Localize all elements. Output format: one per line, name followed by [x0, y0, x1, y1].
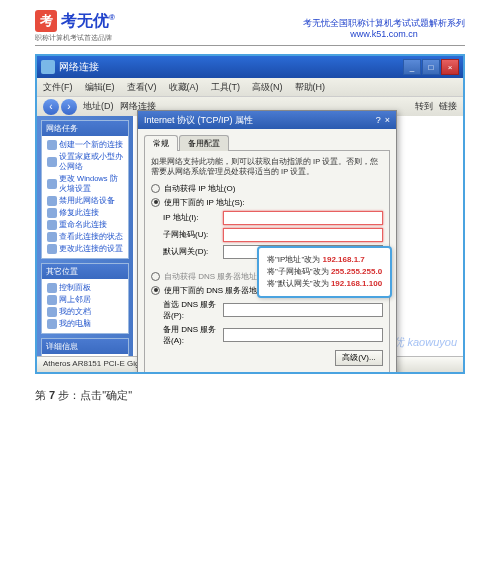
sidebar-item[interactable]: 更改 Windows 防火墙设置 — [45, 173, 125, 195]
links-label: 链接 — [439, 100, 457, 113]
screenshot-frame: 网络连接 _ □ × 文件(F) 编辑(E) 查看(V) 收藏(A) 工具(T)… — [35, 54, 465, 374]
tab-alternate[interactable]: 备用配置 — [179, 135, 229, 151]
dns2-input[interactable] — [223, 328, 383, 342]
logo-badge: 考 — [35, 10, 57, 32]
sidebar-item[interactable]: 修复此连接 — [45, 207, 125, 219]
brand-sub: 职称计算机考试首选品牌 — [35, 33, 115, 43]
ip-label: IP 地址(I): — [163, 212, 223, 223]
mask-label: 子网掩码(U): — [163, 229, 223, 240]
folder-icon — [47, 295, 57, 305]
menu-file[interactable]: 文件(F) — [43, 81, 73, 94]
mask-input[interactable] — [223, 228, 383, 242]
task-icon — [47, 157, 57, 167]
menu-help[interactable]: 帮助(H) — [295, 81, 326, 94]
advanced-button[interactable]: 高级(V)... — [335, 350, 383, 366]
sidebar-item[interactable]: 创建一个新的连接 — [45, 139, 125, 151]
task-icon — [47, 179, 57, 189]
sidebar-header-places: 其它位置 — [42, 264, 128, 279]
maximize-button[interactable]: □ — [422, 59, 440, 75]
site-url: www.k51.com.cn — [303, 29, 465, 41]
go-button[interactable]: 转到 — [415, 100, 433, 113]
sidebar-item[interactable]: 查看此连接的状态 — [45, 231, 125, 243]
brand-name: 考无优® — [61, 11, 115, 32]
dns1-input[interactable] — [223, 303, 383, 317]
sidebar: 网络任务 创建一个新的连接 设置家庭或小型办公网络 更改 Windows 防火墙… — [37, 116, 133, 372]
sidebar-item[interactable]: 设置家庭或小型办公网络 — [45, 151, 125, 173]
dns2-label: 备用 DNS 服务器(A): — [163, 324, 223, 346]
app-icon — [41, 60, 55, 74]
task-icon — [47, 140, 57, 150]
window-titlebar: 网络连接 _ □ × — [37, 56, 463, 78]
task-icon — [47, 196, 57, 206]
task-icon — [47, 208, 57, 218]
task-icon — [47, 244, 57, 254]
sidebar-item[interactable]: 重命名此连接 — [45, 219, 125, 231]
folder-icon — [47, 283, 57, 293]
dialog-help-button[interactable]: ? — [376, 115, 381, 125]
radio-auto-dns[interactable] — [151, 272, 160, 281]
step-instruction: 第 7 步：点击"确定" — [35, 388, 465, 403]
sidebar-item[interactable]: 禁用此网络设备 — [45, 195, 125, 207]
window-title: 网络连接 — [59, 60, 403, 74]
series-title: 考无忧全国职称计算机考试试题解析系列 — [303, 18, 465, 30]
address-label: 地址(D) — [83, 100, 114, 113]
radio-use-dns[interactable] — [151, 286, 160, 295]
menu-bar: 文件(F) 编辑(E) 查看(V) 收藏(A) 工具(T) 高级(N) 帮助(H… — [37, 78, 463, 96]
sidebar-item[interactable]: 我的电脑 — [45, 318, 125, 330]
task-icon — [47, 220, 57, 230]
menu-adv[interactable]: 高级(N) — [252, 81, 283, 94]
sidebar-item[interactable]: 控制面板 — [45, 282, 125, 294]
folder-icon — [47, 307, 57, 317]
sidebar-item[interactable]: 我的文档 — [45, 306, 125, 318]
tcpip-dialog: Internet 协议 (TCP/IP) 属性 ? × 常规 备用配置 如果网络… — [137, 110, 397, 374]
doc-header: 考 考无优® 职称计算机考试首选品牌 考无忧全国职称计算机考试试题解析系列 ww… — [35, 10, 465, 46]
sidebar-header-tasks: 网络任务 — [42, 121, 128, 136]
folder-icon — [47, 319, 57, 329]
dialog-close-button[interactable]: × — [385, 115, 390, 125]
menu-fav[interactable]: 收藏(A) — [169, 81, 199, 94]
ip-input[interactable] — [223, 211, 383, 225]
forward-button[interactable]: › — [61, 99, 77, 115]
dialog-title: Internet 协议 (TCP/IP) 属性 — [144, 114, 376, 127]
radio-use-ip[interactable] — [151, 198, 160, 207]
tab-general[interactable]: 常规 — [144, 135, 178, 151]
instruction-callout: 将"IP地址"改为 192.168.1.7 将"子网掩码"改为 255.255.… — [257, 246, 392, 298]
gateway-label: 默认网关(D): — [163, 246, 223, 257]
back-button[interactable]: ‹ — [43, 99, 59, 115]
menu-tools[interactable]: 工具(T) — [211, 81, 241, 94]
dialog-description: 如果网络支持此功能，则可以获取自动指派的 IP 设置。否则，您需要从网络系统管理… — [151, 157, 383, 177]
close-button[interactable]: × — [441, 59, 459, 75]
sidebar-item[interactable]: 网上邻居 — [45, 294, 125, 306]
sidebar-header-details: 详细信息 — [42, 339, 128, 354]
dns1-label: 首选 DNS 服务器(P): — [163, 299, 223, 321]
menu-view[interactable]: 查看(V) — [127, 81, 157, 94]
menu-edit[interactable]: 编辑(E) — [85, 81, 115, 94]
minimize-button[interactable]: _ — [403, 59, 421, 75]
task-icon — [47, 232, 57, 242]
sidebar-item[interactable]: 更改此连接的设置 — [45, 243, 125, 255]
radio-auto-ip[interactable] — [151, 184, 160, 193]
